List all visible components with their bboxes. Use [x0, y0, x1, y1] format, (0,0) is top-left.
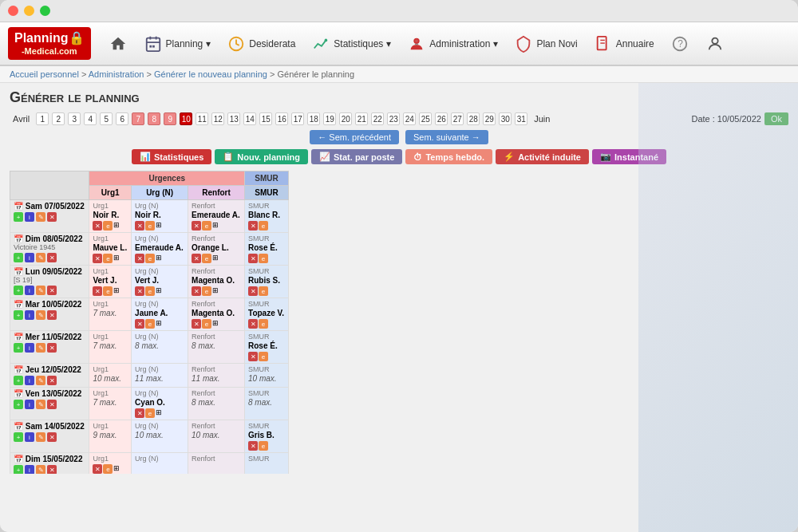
day-11[interactable]: 11 — [196, 112, 208, 125]
info-icon[interactable]: i — [25, 286, 34, 295]
urgn-x-icon[interactable]: ✕ — [135, 408, 144, 418]
info-icon[interactable]: i — [25, 253, 34, 262]
add-icon[interactable]: + — [14, 253, 23, 262]
delete-icon[interactable]: ✕ — [47, 343, 57, 353]
urgn-x-icon[interactable]: ✕ — [135, 319, 144, 329]
urg1-expand-icon[interactable]: ⊞ — [113, 286, 120, 296]
urg1-expand-icon[interactable]: ⊞ — [113, 254, 120, 263]
info-icon[interactable]: i — [25, 212, 34, 222]
add-icon[interactable]: + — [14, 376, 23, 385]
urg1-expand-icon[interactable]: ⊞ — [113, 221, 120, 231]
urgn-e-icon[interactable]: e — [145, 319, 155, 329]
nav-desiderata[interactable]: Desiderata — [220, 31, 302, 57]
day-7[interactable]: 7 — [132, 112, 144, 125]
day-29[interactable]: 29 — [483, 112, 496, 125]
logo[interactable]: Planning🔒 -Medical.com — [8, 27, 91, 59]
smur-e-icon[interactable]: e — [259, 254, 268, 263]
urg1-x-icon[interactable]: ✕ — [93, 221, 102, 231]
maximize-button[interactable] — [40, 6, 50, 16]
add-icon[interactable]: + — [14, 310, 23, 320]
urgn-expand-icon[interactable]: ⊞ — [156, 319, 162, 329]
day-16[interactable]: 16 — [275, 112, 288, 125]
edit-icon[interactable]: ✎ — [36, 465, 45, 474]
edit-icon[interactable]: ✎ — [36, 432, 45, 442]
prev-sem-button[interactable]: ← Sem. précédent — [310, 130, 399, 144]
add-icon[interactable]: + — [14, 212, 23, 222]
day-17[interactable]: 17 — [291, 112, 304, 125]
day-5[interactable]: 5 — [100, 112, 113, 125]
add-icon[interactable]: + — [14, 465, 23, 474]
edit-icon[interactable]: ✎ — [36, 286, 45, 295]
nav-user[interactable] — [699, 31, 731, 57]
smur-e-icon[interactable]: e — [259, 319, 268, 329]
urg1-x-icon[interactable]: ✕ — [93, 286, 102, 296]
day-31[interactable]: 31 — [515, 112, 527, 125]
nav-help[interactable]: ? — [664, 31, 696, 57]
urgn-e-icon[interactable]: e — [145, 254, 155, 263]
day-10[interactable]: 10 — [180, 112, 192, 125]
edit-icon[interactable]: ✎ — [36, 253, 45, 262]
smur-e-icon[interactable]: e — [259, 286, 268, 296]
urgn-x-icon[interactable]: ✕ — [135, 254, 144, 263]
urg1-e-icon[interactable]: e — [103, 286, 113, 296]
smur-x-icon[interactable]: ✕ — [248, 441, 258, 451]
urgn-expand-icon[interactable]: ⊞ — [156, 408, 162, 418]
day-9[interactable]: 9 — [164, 112, 176, 125]
edit-icon[interactable]: ✎ — [36, 343, 45, 353]
info-icon[interactable]: i — [25, 310, 34, 320]
smur-e-icon[interactable]: e — [259, 441, 268, 451]
stat-par-poste-button[interactable]: 📈 Stat. par poste — [311, 149, 402, 164]
smur-x-icon[interactable]: ✕ — [248, 286, 258, 296]
day-14[interactable]: 14 — [243, 112, 256, 125]
urgn-expand-icon[interactable]: ⊞ — [156, 286, 162, 296]
urgn-expand-icon[interactable]: ⊞ — [156, 221, 162, 231]
renfort-expand-icon[interactable]: ⊞ — [212, 221, 219, 231]
nav-annuaire[interactable]: Annuaire — [587, 31, 661, 57]
day-18[interactable]: 18 — [307, 112, 320, 125]
day-19[interactable]: 19 — [323, 112, 336, 125]
info-icon[interactable]: i — [25, 376, 34, 385]
day-20[interactable]: 20 — [339, 112, 352, 125]
day-2[interactable]: 2 — [52, 112, 65, 125]
edit-icon[interactable]: ✎ — [36, 400, 45, 409]
urgn-e-icon[interactable]: e — [145, 408, 155, 418]
smur-e-icon[interactable]: e — [259, 221, 268, 231]
urg1-e-icon[interactable]: e — [103, 254, 113, 263]
urgn-e-icon[interactable]: e — [145, 221, 155, 231]
delete-icon[interactable]: ✕ — [47, 400, 57, 409]
instantane-button[interactable]: 📷 Instantané — [592, 149, 666, 164]
urg1-x-icon[interactable]: ✕ — [93, 254, 102, 263]
urg1-e-icon[interactable]: e — [103, 221, 113, 231]
urg1-expand-icon[interactable]: ⊞ — [113, 464, 120, 474]
urg1-x-icon[interactable]: ✕ — [93, 464, 102, 474]
day-25[interactable]: 25 — [419, 112, 432, 125]
activite-induite-button[interactable]: ⚡ Activité induite — [496, 149, 589, 164]
delete-icon[interactable]: ✕ — [47, 286, 57, 295]
nouveau-planning-button[interactable]: 📋 Nouv. planning — [215, 149, 308, 164]
temps-hebdo-button[interactable]: ⏱ Temps hebdo. — [405, 149, 492, 164]
delete-icon[interactable]: ✕ — [47, 376, 57, 385]
urgn-x-icon[interactable]: ✕ — [135, 286, 144, 296]
day-12[interactable]: 12 — [211, 112, 224, 125]
renfort-expand-icon[interactable]: ⊞ — [212, 319, 219, 329]
day-3[interactable]: 3 — [68, 112, 81, 125]
urg1-e-icon[interactable]: e — [103, 464, 113, 474]
renfort-expand-icon[interactable]: ⊞ — [212, 254, 219, 263]
nav-planning[interactable]: Planning ▾ — [137, 31, 218, 57]
info-icon[interactable]: i — [25, 465, 34, 474]
add-icon[interactable]: + — [14, 286, 23, 295]
renfort-e-icon[interactable]: e — [202, 254, 211, 263]
nav-statistiques[interactable]: Statistiques ▾ — [305, 31, 397, 57]
day-13[interactable]: 13 — [227, 112, 240, 125]
breadcrumb-admin[interactable]: Administration — [89, 69, 144, 79]
day-28[interactable]: 28 — [467, 112, 480, 125]
delete-icon[interactable]: ✕ — [47, 310, 57, 320]
info-icon[interactable]: i — [25, 343, 34, 353]
renfort-e-icon[interactable]: e — [202, 286, 211, 296]
day-26[interactable]: 26 — [435, 112, 448, 125]
urgn-e-icon[interactable]: e — [145, 286, 155, 296]
close-button[interactable] — [8, 6, 18, 16]
day-23[interactable]: 23 — [387, 112, 400, 125]
day-30[interactable]: 30 — [499, 112, 512, 125]
smur-x-icon[interactable]: ✕ — [248, 221, 258, 231]
